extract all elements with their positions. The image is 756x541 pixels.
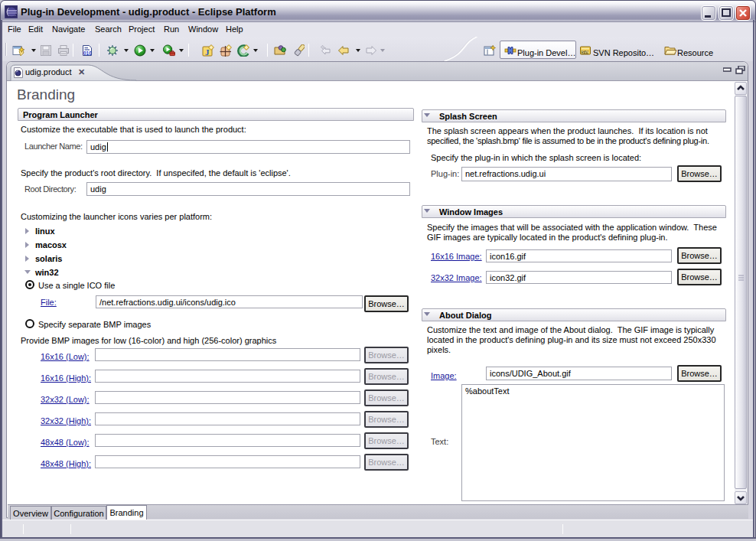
svg-text:J: J [205,47,210,57]
svg-text:SVN: SVN [582,51,589,54]
svg-text:010: 010 [83,51,92,56]
